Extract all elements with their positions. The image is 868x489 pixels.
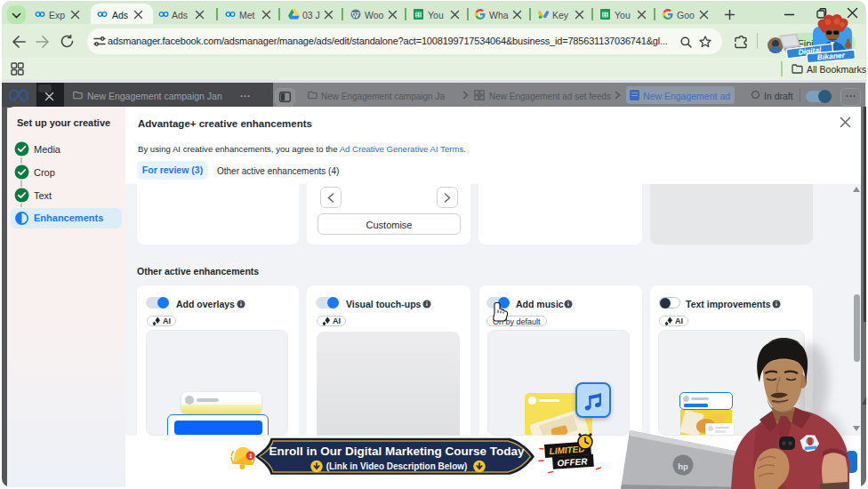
svg-text:1: 1	[249, 453, 253, 459]
svg-text:(Link in Video Description Bel: (Link in Video Description Below)	[326, 461, 468, 471]
svg-text:hp: hp	[678, 461, 688, 471]
svg-text:Enroll in Our Digital Marketin: Enroll in Our Digital Marketing Course T…	[269, 445, 525, 458]
